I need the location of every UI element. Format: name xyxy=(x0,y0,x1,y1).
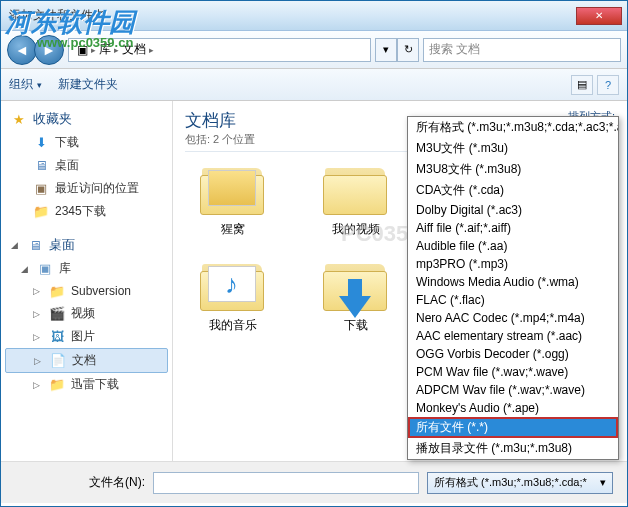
favorites-group: ★ 收藏夹 ⬇ 下载 🖥 桌面 ▣ 最近访问的位置 📁 2345下载 xyxy=(1,107,172,223)
sidebar-item-label: 下载 xyxy=(55,134,79,151)
titlebar: 添加文件和文件夹 ✕ xyxy=(1,1,627,31)
organize-menu[interactable]: 组织 ▾ xyxy=(9,76,42,93)
arrow-left-icon: ◄ xyxy=(15,42,29,58)
refresh-icon: ↻ xyxy=(404,43,413,56)
recent-icon: ▣ xyxy=(33,181,49,197)
crumb-lib[interactable]: ▣ ▸ 库 ▸ 文档 ▸ xyxy=(73,41,158,58)
dropdown-item[interactable]: Nero AAC Codec (*.mp4;*.m4a) xyxy=(408,309,618,327)
expand-icon: ▷ xyxy=(33,380,43,390)
expand-icon: ▷ xyxy=(33,309,43,319)
forward-button[interactable]: ► xyxy=(34,35,64,65)
dropdown-item[interactable]: Audible file (*.aa) xyxy=(408,237,618,255)
folder-icon: 📁 xyxy=(33,204,49,220)
dropdown-item[interactable]: M3U文件 (*.m3u) xyxy=(408,138,618,159)
search-placeholder: 搜索 文档 xyxy=(429,41,480,58)
folder-item[interactable]: 猩窝 xyxy=(185,162,280,238)
folder-label: 下载 xyxy=(344,317,368,334)
filetype-dropdown[interactable]: 所有格式 (*.m3u;*.m3u8;*.cda;*.ac3;*.aiM3U文件… xyxy=(407,116,619,460)
sidebar-item-desktop[interactable]: 🖥 桌面 xyxy=(1,154,172,177)
dialog-window: 添加文件和文件夹 ✕ ◄ ► ▣ ▸ 库 ▸ 文档 ▸ ▾ ↻ xyxy=(0,0,628,507)
dropdown-item[interactable]: mp3PRO (*.mp3) xyxy=(408,255,618,273)
library-icon: ▣ xyxy=(77,43,88,57)
organize-label: 组织 xyxy=(9,76,33,93)
dropdown-item[interactable]: M3U8文件 (*.m3u8) xyxy=(408,159,618,180)
expand-icon: ▷ xyxy=(33,286,43,296)
toolbar-right: ▤ ? xyxy=(571,75,619,95)
help-button[interactable]: ? xyxy=(597,75,619,95)
sidebar-item-label: Subversion xyxy=(71,284,131,298)
lib-label: 库 xyxy=(59,260,71,277)
star-icon: ★ xyxy=(11,111,27,127)
chevron-down-icon: ▾ xyxy=(600,476,606,489)
sidebar-item-xunlei[interactable]: ▷ 📁 迅雷下载 xyxy=(1,373,172,396)
filetype-combo-label: 所有格式 (*.m3u;*.m3u8;*.cda;* xyxy=(434,475,587,490)
filename-input[interactable] xyxy=(153,472,419,494)
breadcrumb[interactable]: ▣ ▸ 库 ▸ 文档 ▸ xyxy=(68,38,371,62)
sidebar-item-video[interactable]: ▷ 🎬 视频 xyxy=(1,302,172,325)
refresh-button[interactable]: ↻ xyxy=(397,38,419,62)
chevron-right-icon: ▸ xyxy=(91,45,96,55)
collapse-icon: ◢ xyxy=(11,240,21,250)
desktop-header[interactable]: ◢ 🖥 桌面 xyxy=(1,233,172,257)
sidebar: ★ 收藏夹 ⬇ 下载 🖥 桌面 ▣ 最近访问的位置 📁 2345下载 xyxy=(1,101,173,461)
sidebar-item-label: 桌面 xyxy=(55,157,79,174)
folder-item[interactable]: 下载 xyxy=(308,258,403,334)
folder-icon: ♪ xyxy=(198,258,268,313)
sidebar-item-subversion[interactable]: ▷ 📁 Subversion xyxy=(1,280,172,302)
library-subtitle: 包括: 2 个位置 xyxy=(185,132,255,147)
dropdown-item[interactable]: 所有文件 (*.*) xyxy=(408,417,618,438)
new-folder-button[interactable]: 新建文件夹 xyxy=(58,76,118,93)
lib-header[interactable]: ◢ ▣ 库 xyxy=(1,257,172,280)
sidebar-item-documents[interactable]: ▷ 📄 文档 xyxy=(5,348,168,373)
picture-icon: 🖼 xyxy=(49,329,65,345)
sidebar-item-pictures[interactable]: ▷ 🖼 图片 xyxy=(1,325,172,348)
dropdown-item[interactable]: PCM Wav file (*.wav;*.wave) xyxy=(408,363,618,381)
dropdown-item[interactable]: OGG Vorbis Decoder (*.ogg) xyxy=(408,345,618,363)
folder-label: 我的视频 xyxy=(332,221,380,238)
close-button[interactable]: ✕ xyxy=(576,7,622,25)
sidebar-item-downloads[interactable]: ⬇ 下载 xyxy=(1,131,172,154)
sidebar-item-label: 文档 xyxy=(72,352,96,369)
expand-icon: ▷ xyxy=(34,356,44,366)
collapse-icon: ◢ xyxy=(21,264,31,274)
sidebar-item-2345[interactable]: 📁 2345下载 xyxy=(1,200,172,223)
library-title-block: 文档库 包括: 2 个位置 xyxy=(185,109,255,147)
filetype-combo[interactable]: 所有格式 (*.m3u;*.m3u8;*.cda;* ▾ xyxy=(427,472,613,494)
view-icon: ▤ xyxy=(577,78,587,91)
dropdown-item[interactable]: Dolby Digital (*.ac3) xyxy=(408,201,618,219)
dropdown-item[interactable]: 所有格式 (*.m3u;*.m3u8;*.cda;*.ac3;*.ai xyxy=(408,117,618,138)
dropdown-item[interactable]: Windows Media Audio (*.wma) xyxy=(408,273,618,291)
chevron-down-icon: ▾ xyxy=(37,80,42,90)
back-button[interactable]: ◄ xyxy=(7,35,37,65)
folder-item[interactable]: ♪ 我的音乐 xyxy=(185,258,280,334)
navbar: ◄ ► ▣ ▸ 库 ▸ 文档 ▸ ▾ ↻ 搜索 文档 xyxy=(1,31,627,69)
dropdown-item[interactable]: Monkey's Audio (*.ape) xyxy=(408,399,618,417)
view-button[interactable]: ▤ xyxy=(571,75,593,95)
crumb-label: 文档 xyxy=(122,41,146,58)
desktop-group: ◢ 🖥 桌面 ◢ ▣ 库 ▷ 📁 Subversion ▷ 🎬 视 xyxy=(1,233,172,396)
toolbar: 组织 ▾ 新建文件夹 ▤ ? xyxy=(1,69,627,101)
folder-label: 猩窝 xyxy=(221,221,245,238)
dropdown-item[interactable]: 播放目录文件 (*.m3u;*.m3u8) xyxy=(408,438,618,459)
folder-item[interactable]: 我的视频 xyxy=(308,162,403,238)
dropdown-item[interactable]: Aiff file (*.aif;*.aiff) xyxy=(408,219,618,237)
search-input[interactable]: 搜索 文档 xyxy=(423,38,621,62)
dropdown-item[interactable]: ADPCM Wav file (*.wav;*.wave) xyxy=(408,381,618,399)
dropdown-history-button[interactable]: ▾ xyxy=(375,38,397,62)
download-icon: ⬇ xyxy=(33,135,49,151)
sidebar-item-recent[interactable]: ▣ 最近访问的位置 xyxy=(1,177,172,200)
favorites-header[interactable]: ★ 收藏夹 xyxy=(1,107,172,131)
sidebar-item-label: 2345下载 xyxy=(55,203,106,220)
dropdown-item[interactable]: AAC elementary stream (*.aac) xyxy=(408,327,618,345)
dropdown-item[interactable]: CDA文件 (*.cda) xyxy=(408,180,618,201)
nav-small-buttons: ▾ ↻ xyxy=(375,38,419,62)
chevron-right-icon: ▸ xyxy=(114,45,119,55)
folder-icon: 📁 xyxy=(49,283,65,299)
filename-label: 文件名(N): xyxy=(15,474,145,491)
window-buttons: ✕ xyxy=(576,7,622,25)
desktop-label: 桌面 xyxy=(49,236,75,254)
video-icon: 🎬 xyxy=(49,306,65,322)
dropdown-item[interactable]: FLAC (*.flac) xyxy=(408,291,618,309)
folder-label: 我的音乐 xyxy=(209,317,257,334)
favorites-label: 收藏夹 xyxy=(33,110,72,128)
